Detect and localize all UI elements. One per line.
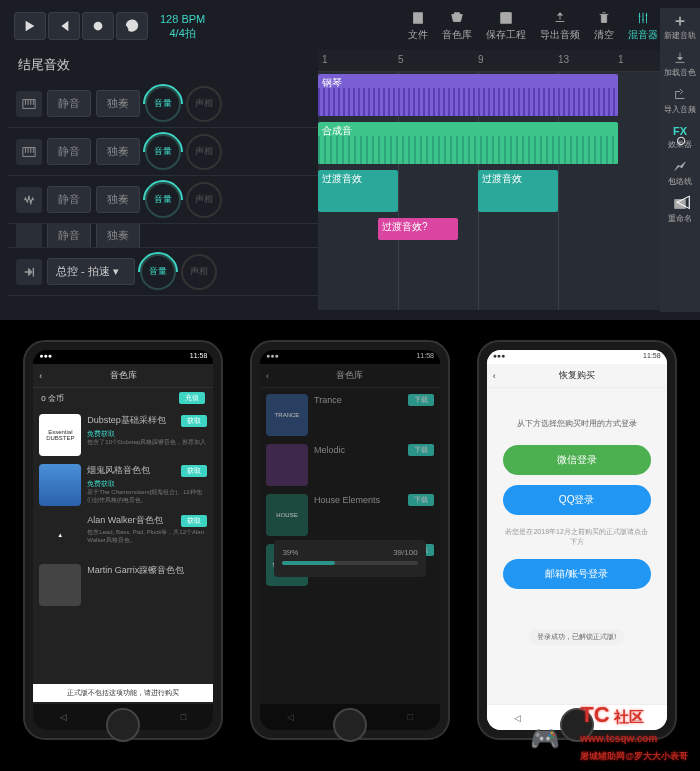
mute-button[interactable]: 静音 [47,138,91,165]
pan-knob[interactable]: 声相 [186,182,222,218]
get-button[interactable]: 获取 [181,415,207,427]
piano-icon [16,91,42,117]
progress-fill [282,561,335,565]
menu-save[interactable]: 保存工程 [486,10,526,42]
mute-button[interactable]: 静音 [47,90,91,117]
menu-file[interactable]: 文件 [408,10,428,42]
daw-editor: 128 BPM 4/4拍 文件 音色库 保存工程 导出音频 清空 混音器 总 结… [0,0,700,320]
back-icon[interactable]: ◁ [676,190,696,210]
pack-item[interactable]: Martin Garrix踩镲音色包 [39,564,207,606]
track-1[interactable]: 静音 独奏 音量 声相 [8,80,318,128]
clip-synth[interactable]: 合成音 [318,122,618,164]
back-icon[interactable]: ‹ [39,371,42,381]
solo-button[interactable]: 独奏 [96,186,140,213]
solo-button[interactable]: 独奏 [96,90,140,117]
coin-bar: 0 金币 充值 [33,388,213,408]
get-button[interactable]: 获取 [181,515,207,527]
back-icon[interactable]: ◁ [60,712,67,722]
pack-list[interactable]: EssentialDUBSTEP Dubstep基础采样包获取 免费获取 包含了… [33,408,213,620]
menu-library[interactable]: 音色库 [442,10,472,42]
clips-area[interactable]: 钢琴 合成音 过渡音效 过渡音效 过渡音效? [318,72,692,310]
menu-clear[interactable]: 清空 [594,10,614,42]
mascot-icon: 🎮 [530,725,560,753]
pan-knob[interactable]: 声相 [181,254,217,290]
clip-fx2[interactable]: 过渡音效 [478,170,558,212]
phone-1: ●●●11:58 ‹ 音色库 0 金币 充值 EssentialDUBSTEP … [23,340,223,740]
pan-knob[interactable]: 声相 [186,86,222,122]
system-nav: ○ ◁ [676,130,696,210]
solo-button[interactable]: 独奏 [96,138,140,165]
clip-piano[interactable]: 钢琴 [318,74,618,116]
clip-fx1[interactable]: 过渡音效 [318,170,398,212]
sb-load-sound[interactable]: 加载音色 [660,51,700,78]
master-icon [16,259,42,285]
status-bar: ●●●11:58 [487,350,667,364]
status-bar: ●●●11:58 [260,350,440,364]
pack-thumbnail: EssentialDUBSTEP [39,414,81,456]
pack-item[interactable]: HOUSEHouse Elements下载 [266,494,434,536]
master-select[interactable]: 总控 - 拍速 ▾ [47,258,135,285]
timeline[interactable]: 1 5 9 13 1 钢琴 合成音 过渡音效 过渡音效 过渡音效? [318,50,692,310]
main-menu: 文件 音色库 保存工程 导出音频 清空 混音器 总 [408,10,686,42]
piano-icon [16,139,42,165]
menu-mixer[interactable]: 混音器 [628,10,658,42]
track-4-partial[interactable]: 静音 独奏 [8,224,318,248]
pan-knob[interactable]: 声相 [186,134,222,170]
svg-point-0 [94,22,103,31]
login-status: 登录成功，已解锁正式版! [529,629,624,645]
solo-button[interactable]: 独奏 [96,224,140,248]
pack-item[interactable]: ▲ Alan Walker音色包获取 包含Lead, Bass, Pad, Pl… [39,514,207,556]
clip-fx3[interactable]: 过渡音效? [378,218,458,240]
pack-thumbnail [39,564,81,606]
volume-knob[interactable]: 音量 [145,182,181,218]
back-icon[interactable]: ‹ [493,371,496,381]
login-panel: 从下方选择您购买时用的方式登录 微信登录 QQ登录 若您是在2018年12月之前… [487,388,667,675]
tempo-display[interactable]: 128 BPM 4/4拍 [160,12,205,41]
pack-item[interactable]: TRANCETrance下载 [266,394,434,436]
time-ruler[interactable]: 1 5 9 13 1 [318,50,692,72]
top-toolbar: 128 BPM 4/4拍 文件 音色库 保存工程 导出音频 清空 混音器 总 [8,8,692,44]
get-button[interactable]: 获取 [181,465,207,477]
volume-knob[interactable]: 音量 [145,134,181,170]
sb-import-audio[interactable]: 导入音频 [660,88,700,115]
menu-export[interactable]: 导出音频 [540,10,580,42]
pack-thumbnail [39,464,81,506]
time-signature: 4/4拍 [160,26,205,40]
svg-rect-1 [414,13,423,24]
pack-item[interactable]: EssentialDUBSTEP Dubstep基础采样包获取 免费获取 包含了… [39,414,207,456]
home-button[interactable] [106,708,140,742]
volume-knob[interactable]: 音量 [145,86,181,122]
watermark: TC 社区 www.tcsqw.com 屠城辅助网@罗大大小表哥 [580,702,688,763]
wechat-login-button[interactable]: 微信登录 [503,445,651,475]
charge-button[interactable]: 充值 [179,392,205,404]
play-button[interactable] [14,12,46,40]
loop-button[interactable] [116,12,148,40]
pack-item[interactable]: Melodic下载 [266,444,434,486]
workspace: 结尾音效 静音 独奏 音量 声相 静音 独奏 音量 声相 静音 独奏 音量 声相 [8,50,692,310]
track-3[interactable]: 静音 独奏 音量 声相 [8,176,318,224]
status-bar: ●●●11:58 [33,350,213,364]
volume-knob[interactable]: 音量 [140,254,176,290]
sb-new-track[interactable]: 新建音轨 [660,14,700,41]
app-header: ‹ 音色库 [33,364,213,388]
tracks-panel: 结尾音效 静音 独奏 音量 声相 静音 独奏 音量 声相 静音 独奏 音量 声相 [8,50,318,310]
qq-login-button[interactable]: QQ登录 [503,485,651,515]
mute-button[interactable]: 静音 [47,186,91,213]
app-header: ‹ 恢复购买 [487,364,667,388]
email-login-button[interactable]: 邮箱/账号登录 [503,559,651,589]
skip-back-button[interactable] [48,12,80,40]
pack-thumbnail: ▲ [39,514,81,556]
home-button[interactable] [333,708,367,742]
transport-controls [14,12,148,40]
recent-icon[interactable]: □ [181,712,186,722]
mute-button[interactable]: 静音 [47,224,91,248]
record-button[interactable] [82,12,114,40]
login-note: 若您是在2018年12月之前购买的正式版请点击下方 [503,527,651,547]
circle-icon[interactable]: ○ [676,130,696,150]
back-icon[interactable]: ‹ [266,371,269,381]
phone-2: ●●●11:58 ‹ 音色库 TRANCETrance下载 Melodic下载 … [250,340,450,740]
track-2[interactable]: 静音 独奏 音量 声相 [8,128,318,176]
master-track[interactable]: 总控 - 拍速 ▾ 音量 声相 [8,248,318,296]
pack-item[interactable]: 烟鬼风格音色包获取 免费获取 基于The Chainsmokers[烟鬼组合]、… [39,464,207,506]
app-header: ‹ 音色库 [260,364,440,388]
